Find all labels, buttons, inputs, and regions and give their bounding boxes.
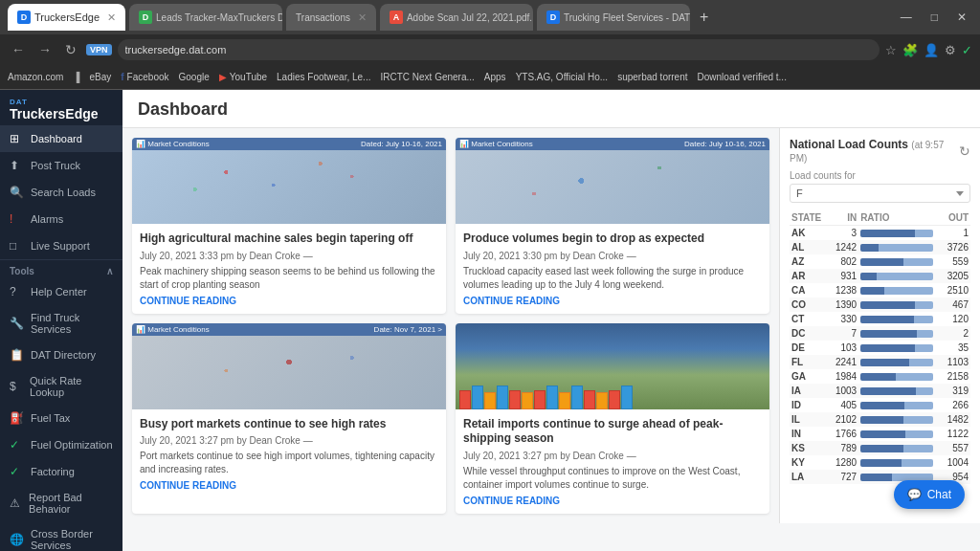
cell-ratio [858,355,935,369]
out-bar [909,359,933,366]
sidebar-item-fuel-optimization[interactable]: ✓ Fuel Optimization [0,431,122,458]
dat-directory-icon: 📋 [10,348,23,362]
sidebar-item-live-support[interactable]: □ Live Support [0,232,122,259]
in-bar [860,430,904,438]
read-more-4[interactable]: CONTINUE READING [463,496,762,506]
cell-out: 2 [935,326,970,341]
in-bar [860,330,917,338]
sidebar-item-search-loads[interactable]: 🔍 Search Loads [0,179,122,206]
browser-toolbar-icons: ☆ 🧩 👤 ⚙ ✓ [885,43,972,57]
tab-icon-truckersedge: D [17,11,31,24]
bookmark-download[interactable]: Download verified t... [698,72,787,82]
ratio-bar [860,258,933,266]
table-row: CA 1238 2510 [790,283,970,298]
bookmark-irctc[interactable]: IRCTC Next Genera... [380,72,474,82]
chat-button[interactable]: 💬 Chat [894,480,965,509]
sidebar-item-help-center[interactable]: ? Help Center [0,278,122,305]
sidebar-item-report-bad-behavior[interactable]: ⚠ Report Bad Behavior [0,485,122,521]
ratio-bar [860,287,933,295]
tab-close-transactions[interactable]: ✕ [358,11,367,24]
cell-out: 120 [935,312,970,326]
tools-collapse-icon[interactable]: ∧ [106,266,113,276]
cell-ratio [858,226,935,241]
bookmark-yts[interactable]: YTS.AG, Official Ho... [516,72,609,82]
sidebar-item-alarms[interactable]: ! Alarms [0,206,122,232]
load-filter-select[interactable]: F [790,184,970,203]
news-image-3: 📊 Market Conditions Date: Nov 7, 2021 > [132,323,446,409]
sidebar-item-dashboard[interactable]: ⊞ Dashboard [0,125,122,152]
forward-button[interactable]: → [34,40,56,59]
cell-state: AR [790,269,823,283]
sidebar-item-fuel-tax[interactable]: ⛽ Fuel Tax [0,405,122,431]
bookmark-facebook[interactable]: f Facebook [121,72,168,82]
table-row: CT 330 120 [790,312,970,326]
bookmark-apps[interactable]: Apps [484,72,506,82]
tab-transactions[interactable]: Transactions ✕ [286,4,376,31]
news-card-body-4: Retail imports continue to surge ahead o… [456,409,769,514]
cell-ratio [858,455,935,470]
tab-close-truckersedge[interactable]: ✕ [107,11,116,24]
bookmark-superbad[interactable]: superbad torrent [617,72,687,82]
cell-in: 931 [823,269,858,283]
report-icon: ⚠ [10,496,21,510]
cell-ratio [858,298,935,312]
bookmark-amazon[interactable]: Amazon.com [8,72,63,82]
read-more-1[interactable]: CONTINUE READING [140,296,438,306]
sidebar-item-cross-border[interactable]: 🌐 Cross Border Services [0,521,122,551]
settings-icon[interactable]: ⚙ [945,43,956,57]
minimize-button[interactable]: — [895,9,918,26]
cell-ratio [858,283,935,298]
sidebar-label-find-truck-services: Find Truck Services [31,312,113,335]
address-input[interactable] [118,39,880,60]
table-row: IA 1003 319 [790,384,970,398]
ratio-bar [860,344,933,352]
cell-state: IN [790,427,823,441]
tab-icon-adobe: A [390,11,403,24]
refresh-button[interactable]: ↻ [959,143,970,159]
sidebar-item-dat-directory[interactable]: 📋 DAT Directory [0,342,122,368]
sidebar-item-post-truck[interactable]: ⬆ Post Truck [0,152,122,179]
bookmark-ladies[interactable]: Ladies Footwear, Le... [277,72,370,82]
bookmark-ebay[interactable]: eBay [89,72,111,82]
sidebar-label-alarms: Alarms [31,213,63,225]
profile-icon[interactable]: 👤 [924,43,939,57]
tab-label-truckersedge: TruckersEdge [34,11,100,23]
out-bar [917,330,933,338]
cell-in: 789 [823,441,858,455]
cell-out: 1103 [935,355,970,369]
sidebar-label-fuel-tax: Fuel Tax [31,412,70,424]
tab-adobe[interactable]: A Adobe Scan Jul 22, 2021.pdf... ✕ [380,4,533,31]
news-excerpt-4: While vessel throughput continues to imp… [463,465,762,492]
read-more-2[interactable]: CONTINUE READING [463,296,762,306]
cell-in: 727 [823,470,858,484]
close-button[interactable]: ✕ [951,9,972,26]
out-bar [879,244,933,252]
sidebar-item-quick-rate-lookup[interactable]: $ Quick Rate Lookup [0,368,122,405]
sidebar-item-find-truck-services[interactable]: 🔧 Find Truck Services [0,305,122,342]
read-more-3[interactable]: CONTINUE READING [140,480,438,491]
table-body: AK 3 1 AL 1242 3726 AZ 802 559 [790,226,970,485]
cell-in: 2102 [823,412,858,427]
sidebar-logo: DAT TruckersEdge [0,90,122,125]
extensions-icon[interactable]: 🧩 [902,43,918,57]
back-button[interactable]: ← [8,40,29,59]
cell-state: CO [790,298,823,312]
address-bar: ← → ↻ VPN ☆ 🧩 👤 ⚙ ✓ [0,34,980,65]
cell-ratio [858,254,935,269]
maximize-button[interactable]: □ [925,9,944,26]
bookmark-google[interactable]: Google [179,72,210,82]
sidebar-item-factoring[interactable]: ✓ Factoring [0,458,122,485]
bookmark-star-icon[interactable]: ☆ [885,43,897,57]
tab-trucking-fleet[interactable]: D Trucking Fleet Services - DAT ... ✕ [537,4,690,31]
tab-truckersedge[interactable]: D TruckersEdge ✕ [8,4,125,31]
cell-state: FL [790,355,823,369]
refresh-button[interactable]: ↻ [61,40,80,59]
news-card-body-1: High agricultural machine sales begin ta… [132,224,446,314]
news-title-3: Busy port markets continue to see high r… [140,417,438,432]
cell-ratio [858,441,935,455]
new-tab-button[interactable]: + [694,9,714,26]
news-meta-3: July 20, 2021 3:27 pm by Dean Croke — [140,435,438,446]
bookmark-youtube[interactable]: ▶ YouTube [219,72,267,82]
tab-leads[interactable]: D Leads Tracker-MaxTruckers D... ✕ [129,4,282,31]
browser-chrome: D TruckersEdge ✕ D Leads Tracker-MaxTruc… [0,0,980,34]
